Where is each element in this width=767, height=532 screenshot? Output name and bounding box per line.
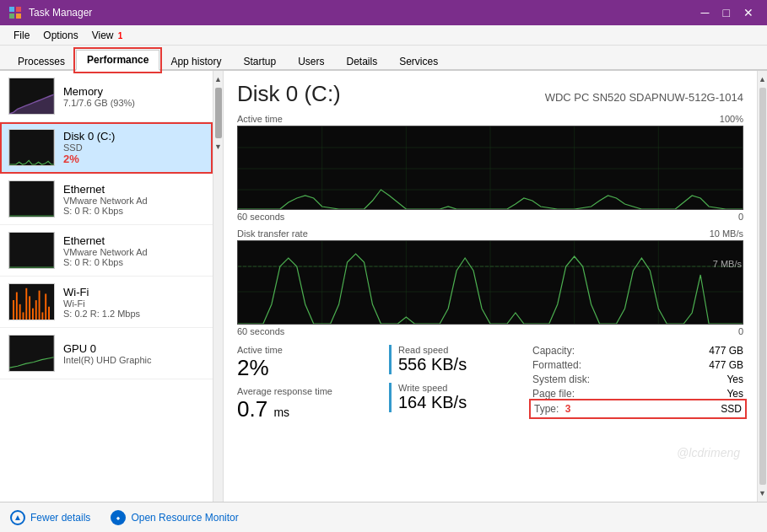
gpu0-info: GPU 0 Intel(R) UHD Graphic <box>63 342 204 365</box>
fewer-details-icon: ▲ <box>10 510 25 525</box>
scroll-up-btn[interactable]: ▲ <box>212 73 223 86</box>
capacity-value: 477 GB <box>709 345 743 357</box>
ethernet1-name: Ethernet <box>63 183 204 196</box>
active-time-value: 2% <box>237 355 372 381</box>
disk0-name: Disk 0 (C:) <box>63 130 204 142</box>
memory-info: Memory 7.1/7.6 GB (93%) <box>63 85 204 108</box>
ethernet1-thumb <box>8 180 55 218</box>
tab-startup[interactable]: Startup <box>232 51 287 71</box>
page-file-row: Page file: Yes <box>532 388 743 400</box>
open-resource-monitor-button[interactable]: ⬥ Open Resource Monitor <box>111 510 238 525</box>
sidebar-item-wifi[interactable]: Wi-Fi Wi-Fi S: 0.2 R: 1.2 Mbps <box>0 277 213 328</box>
chart1-bottom-right: 0 <box>738 212 743 222</box>
title-bar-left: Task Manager <box>8 6 92 19</box>
svg-rect-1 <box>16 7 21 12</box>
chart1-label-row: Active time 100% <box>237 114 743 124</box>
scroll-down-btn[interactable]: ▼ <box>212 140 223 153</box>
page-file-value: Yes <box>726 388 743 400</box>
capacity-label: Capacity: <box>532 345 575 357</box>
disk0-info: Disk 0 (C:) SSD 2% <box>63 130 204 165</box>
title-bar: Task Manager ─ □ ✕ <box>0 0 767 25</box>
active-time-chart-section: Active time 100% <box>237 114 743 222</box>
formatted-row: Formatted: 477 GB <box>532 359 743 371</box>
chart2-bottom-left: 60 seconds <box>237 326 284 336</box>
tab-services[interactable]: Services <box>388 51 449 71</box>
main-content: Memory 7.1/7.6 GB (93%) Disk 0 (C:) <box>0 71 767 502</box>
sidebar-item-gpu0[interactable]: GPU 0 Intel(R) UHD Graphic <box>0 328 213 379</box>
detail-title: Disk 0 (C:) <box>237 81 341 107</box>
svg-rect-3 <box>16 13 21 19</box>
ethernet2-info: Ethernet VMware Network Ad S: 0 R: 0 Kbp… <box>63 234 204 267</box>
ethernet1-sub2: S: 0 R: 0 Kbps <box>63 206 204 216</box>
main-scroll-up-btn[interactable]: ▲ <box>756 73 767 86</box>
main-scroll-down-btn[interactable]: ▼ <box>756 486 767 500</box>
formatted-value: 477 GB <box>709 359 743 371</box>
write-speed-value: 164 KB/s <box>398 393 516 412</box>
type-badge: 3 <box>565 403 571 415</box>
memory-mini-chart <box>9 78 54 114</box>
menu-bar: File Options View 1 <box>0 25 767 46</box>
sidebar-item-memory[interactable]: Memory 7.1/7.6 GB (93%) <box>0 71 213 122</box>
minimize-button[interactable]: ─ <box>696 7 715 19</box>
footer: ▲ Fewer details ⬥ Open Resource Monitor <box>0 502 767 532</box>
avg-response-unit: ms <box>273 406 289 419</box>
sidebar: Memory 7.1/7.6 GB (93%) Disk 0 (C:) <box>0 71 224 502</box>
write-speed-label: Write speed <box>398 383 516 393</box>
transfer-rate-chart-section: Disk transfer rate 10 MB/s <box>237 228 743 336</box>
menu-badge: 1 <box>118 31 123 40</box>
main-scrollbar[interactable]: ▲ ▼ <box>757 71 767 502</box>
chart2-bottom-row: 60 seconds 0 <box>237 326 743 336</box>
chart2-container: 7 MB/s <box>237 240 743 325</box>
resource-monitor-icon: ⬥ <box>111 510 126 525</box>
tab-users[interactable]: Users <box>287 51 335 71</box>
menu-file[interactable]: File <box>7 28 36 43</box>
page-file-label: Page file: <box>532 388 575 400</box>
fewer-details-button[interactable]: ▲ Fewer details <box>10 510 90 525</box>
main-scroll-thumb[interactable] <box>759 88 766 485</box>
ethernet2-thumb <box>8 232 55 269</box>
wifi-sub2: S: 0.2 R: 1.2 Mbps <box>63 309 204 319</box>
tab-app-history[interactable]: App history <box>159 51 232 71</box>
fewer-details-label: Fewer details <box>30 512 90 524</box>
sidebar-scroll[interactable]: Memory 7.1/7.6 GB (93%) Disk 0 (C:) <box>0 71 213 502</box>
chart1-label: Active time <box>237 114 283 124</box>
ethernet2-sub2: S: 0 R: 0 Kbps <box>63 257 204 267</box>
active-time-chart <box>237 126 743 210</box>
chart1-bottom-left: 60 seconds <box>237 212 284 222</box>
ethernet1-sub1: VMware Network Ad <box>63 196 204 206</box>
ethernet2-sub1: VMware Network Ad <box>63 247 204 257</box>
tab-details[interactable]: Details <box>335 51 388 71</box>
menu-view[interactable]: View 1 <box>85 28 130 43</box>
write-speed-stat: Write speed 164 KB/s <box>389 383 516 412</box>
active-time-stat: Active time 2% <box>237 345 372 381</box>
sidebar-item-disk0[interactable]: Disk 0 (C:) SSD 2% <box>0 122 213 174</box>
sidebar-scrollbar[interactable]: ▲ ▼ <box>213 71 223 502</box>
app-icon <box>8 6 22 19</box>
svg-rect-0 <box>9 7 14 12</box>
read-speed-stat: Read speed 556 KB/s <box>389 345 516 374</box>
type-value: SSD <box>721 403 742 415</box>
chart2-label: Disk transfer rate <box>237 228 308 239</box>
svg-rect-24 <box>9 336 54 371</box>
chart1-bottom-row: 60 seconds 0 <box>237 212 743 222</box>
ethernet1-mini-chart <box>9 181 54 217</box>
chart2-label-row: Disk transfer rate 10 MB/s <box>237 228 743 239</box>
wifi-mini-chart <box>9 284 54 320</box>
disk0-sub1: SSD <box>63 142 204 153</box>
detail-panel: Disk 0 (C:) WDC PC SN520 SDAPNUW-512G-10… <box>224 71 757 502</box>
tab-performance[interactable]: Performance <box>76 50 159 71</box>
sidebar-item-ethernet1[interactable]: Ethernet VMware Network Ad S: 0 R: 0 Kbp… <box>0 174 213 225</box>
maximize-button[interactable]: □ <box>718 7 735 19</box>
tab-processes[interactable]: Processes <box>7 51 76 71</box>
capacity-row: Capacity: 477 GB <box>532 345 743 357</box>
scroll-thumb[interactable] <box>215 88 222 138</box>
title-bar-controls: ─ □ ✕ <box>696 7 759 19</box>
transfer-rate-chart <box>237 240 743 325</box>
svg-rect-9 <box>9 233 54 268</box>
menu-options[interactable]: Options <box>36 28 84 43</box>
memory-thumb <box>8 78 55 115</box>
sidebar-item-ethernet2[interactable]: Ethernet VMware Network Ad S: 0 R: 0 Kbp… <box>0 225 213 277</box>
wifi-sub1: Wi-Fi <box>63 298 204 309</box>
close-button[interactable]: ✕ <box>738 7 759 19</box>
disk0-sub2: 2% <box>63 153 204 165</box>
